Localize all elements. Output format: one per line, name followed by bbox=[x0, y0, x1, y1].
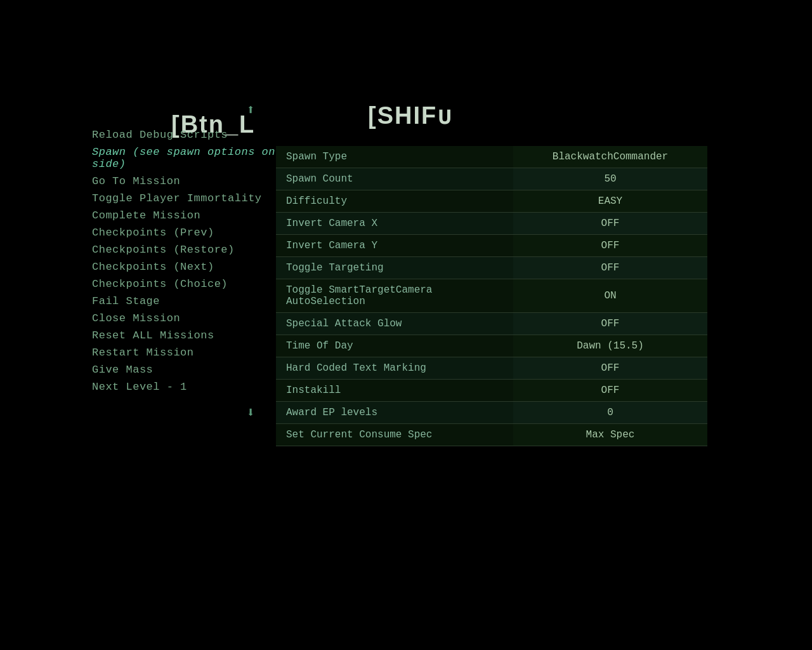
setting-label: Award EP levels bbox=[276, 402, 513, 424]
setting-value: BlackwatchCommander bbox=[513, 146, 707, 168]
setting-label: Invert Camera Y bbox=[276, 235, 513, 257]
setting-value: OFF bbox=[513, 257, 707, 279]
setting-label: Spawn Type bbox=[276, 146, 513, 168]
setting-label: Difficulty bbox=[276, 190, 513, 213]
scroll-up-arrow[interactable]: ⬆ bbox=[232, 102, 270, 119]
setting-value: Dawn (15.5) bbox=[513, 335, 707, 357]
setting-label: Invert Camera X bbox=[276, 213, 513, 235]
setting-value: OFF bbox=[513, 313, 707, 335]
right-btn-label: [SHIFᴜ bbox=[368, 102, 452, 129]
setting-label: Set Current Consume Spec bbox=[276, 424, 513, 446]
setting-value: ON bbox=[513, 279, 707, 313]
setting-label: Toggle SmartTargetCamera AutoSelection bbox=[276, 279, 513, 313]
settings-table: Spawn TypeBlackwatchCommanderSpawn Count… bbox=[276, 146, 707, 446]
settings-row[interactable]: Hard Coded Text MarkingOFF bbox=[276, 357, 707, 380]
right-panel: Spawn TypeBlackwatchCommanderSpawn Count… bbox=[276, 146, 733, 446]
settings-row[interactable]: Invert Camera XOFF bbox=[276, 213, 707, 235]
setting-value: 50 bbox=[513, 168, 707, 190]
settings-row[interactable]: Spawn Count50 bbox=[276, 168, 707, 190]
setting-label: Time Of Day bbox=[276, 335, 513, 357]
settings-row[interactable]: Time Of DayDawn (15.5) bbox=[276, 335, 707, 357]
setting-value: OFF bbox=[513, 213, 707, 235]
setting-value: OFF bbox=[513, 235, 707, 257]
setting-label: Hard Coded Text Marking bbox=[276, 357, 513, 380]
scroll-down-arrow[interactable]: ⬇ bbox=[232, 404, 270, 421]
menu-item-reload-debug[interactable]: Reload Debug Scripts bbox=[92, 126, 346, 143]
setting-label: Instakill bbox=[276, 380, 513, 402]
setting-label: Toggle Targeting bbox=[276, 257, 513, 279]
settings-row[interactable]: DifficultyEASY bbox=[276, 190, 707, 213]
setting-value: OFF bbox=[513, 380, 707, 402]
settings-row[interactable]: Special Attack GlowOFF bbox=[276, 313, 707, 335]
settings-row[interactable]: Set Current Consume SpecMax Spec bbox=[276, 424, 707, 446]
settings-row[interactable]: InstakillOFF bbox=[276, 380, 707, 402]
setting-value: Max Spec bbox=[513, 424, 707, 446]
setting-value: OFF bbox=[513, 357, 707, 380]
settings-row[interactable]: Award EP levels0 bbox=[276, 402, 707, 424]
setting-value: EASY bbox=[513, 190, 707, 213]
settings-row[interactable]: Spawn TypeBlackwatchCommander bbox=[276, 146, 707, 168]
settings-row[interactable]: Toggle TargetingOFF bbox=[276, 257, 707, 279]
setting-label: Spawn Count bbox=[276, 168, 513, 190]
setting-label: Special Attack Glow bbox=[276, 313, 513, 335]
settings-row[interactable]: Invert Camera YOFF bbox=[276, 235, 707, 257]
settings-row[interactable]: Toggle SmartTargetCamera AutoSelectionON bbox=[276, 279, 707, 313]
setting-value: 0 bbox=[513, 402, 707, 424]
